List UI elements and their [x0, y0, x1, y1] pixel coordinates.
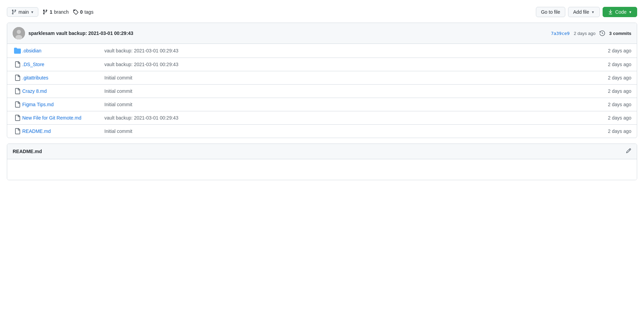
table-row: New File for Git Remote.md vault backup:…: [7, 111, 637, 125]
file-time: 2 days ago: [608, 128, 632, 134]
file-name[interactable]: .DS_Store: [22, 62, 98, 67]
file-commit-msg: vault backup: 2021-03-01 00:29:43: [98, 62, 608, 67]
file-commit-msg: Initial commit: [98, 75, 608, 80]
file-icon: [14, 115, 21, 121]
commits-label: commits: [613, 31, 631, 36]
svg-point-1: [17, 30, 21, 34]
commit-header: sparklesam vault backup: 2021-03-01 00:2…: [7, 23, 637, 44]
commit-header-left: sparklesam vault backup: 2021-03-01 00:2…: [13, 27, 133, 39]
branch-count-icon: [42, 9, 48, 15]
toolbar: main ▼ 1 branch 0 tags Go to file Add fi…: [7, 7, 637, 17]
file-icon: [14, 61, 21, 67]
file-time: 2 days ago: [608, 48, 632, 53]
file-rows: .obsidian vault backup: 2021-03-01 00:29…: [7, 44, 637, 138]
file-commit-msg: Initial commit: [98, 88, 608, 94]
table-row: README.md Initial commit 2 days ago: [7, 125, 637, 138]
tag-count-number: 0: [80, 9, 83, 15]
add-file-button[interactable]: Add file ▼: [568, 7, 600, 17]
readme-header: README.md: [7, 144, 637, 159]
table-row: Figma Tips.md Initial commit 2 days ago: [7, 98, 637, 111]
file-icon-cell: [13, 61, 22, 67]
file-icon-cell: [13, 128, 22, 134]
file-name[interactable]: README.md: [22, 128, 98, 134]
code-caret: ▼: [629, 10, 632, 14]
edit-icon[interactable]: [626, 148, 631, 155]
file-icon: [14, 88, 21, 94]
file-name[interactable]: Crazy 8.md: [22, 88, 98, 94]
file-time: 2 days ago: [608, 102, 632, 107]
file-icon: [14, 101, 21, 108]
file-icon-cell: [13, 101, 22, 108]
readme-title: README.md: [13, 149, 42, 154]
folder-icon: [14, 47, 21, 54]
commits-link[interactable]: 3 commits: [609, 31, 631, 36]
commit-hash[interactable]: 7a39ce9: [551, 31, 570, 36]
branch-caret: ▼: [30, 10, 34, 14]
toolbar-right: Go to file Add file ▼ Code ▼: [536, 7, 637, 17]
table-row: Crazy 8.md Initial commit 2 days ago: [7, 85, 637, 98]
file-time: 2 days ago: [608, 115, 632, 121]
file-time: 2 days ago: [608, 88, 632, 94]
commit-message: sparklesam vault backup: 2021-03-01 00:2…: [28, 30, 133, 36]
table-row: .DS_Store vault backup: 2021-03-01 00:29…: [7, 58, 637, 71]
file-commit-msg: Initial commit: [98, 102, 608, 107]
tag-icon: [73, 9, 78, 15]
file-commit-msg: Initial commit: [98, 128, 608, 134]
file-icon-cell: [13, 75, 22, 81]
branch-icon: [11, 9, 17, 15]
avatar-image: [13, 27, 25, 39]
file-name[interactable]: .gitattributes: [22, 75, 98, 80]
file-name[interactable]: .obsidian: [22, 48, 98, 53]
avatar: [13, 27, 25, 39]
table-row: .gitattributes Initial commit 2 days ago: [7, 71, 637, 85]
branch-name: main: [18, 9, 29, 15]
table-row: .obsidian vault backup: 2021-03-01 00:29…: [7, 44, 637, 58]
commits-count: 3: [609, 31, 611, 36]
download-icon: [608, 9, 613, 15]
file-time: 2 days ago: [608, 75, 632, 80]
file-icon: [14, 75, 21, 81]
add-file-label: Add file: [573, 9, 589, 15]
branch-selector[interactable]: main ▼: [7, 7, 38, 17]
commit-time: 2 days ago: [574, 31, 596, 36]
file-time: 2 days ago: [608, 62, 632, 67]
add-file-caret: ▼: [591, 10, 595, 14]
readme-container: README.md: [7, 144, 637, 180]
file-icon-cell: [13, 115, 22, 121]
history-icon: [600, 30, 605, 36]
file-commit-msg: vault backup: 2021-03-01 00:29:43: [98, 115, 608, 121]
file-icon-cell: [13, 88, 22, 94]
file-icon-cell: [13, 47, 22, 54]
code-button[interactable]: Code ▼: [603, 7, 637, 17]
file-commit-msg: vault backup: 2021-03-01 00:29:43: [98, 48, 608, 53]
code-label: Code: [615, 9, 627, 15]
go-to-file-label: Go to file: [541, 9, 560, 15]
readme-body: [7, 159, 637, 180]
commit-author[interactable]: sparklesam: [28, 30, 55, 36]
commit-header-right: 7a39ce9 2 days ago 3 commits: [551, 30, 631, 36]
tag-count-label: tags: [85, 9, 93, 15]
branch-count-number: 1: [50, 9, 52, 15]
file-name[interactable]: Figma Tips.md: [22, 102, 98, 107]
file-name[interactable]: New File for Git Remote.md: [22, 115, 98, 121]
branch-count-link[interactable]: 1 branch: [42, 9, 69, 15]
toolbar-left: main ▼ 1 branch 0 tags: [7, 7, 532, 17]
branch-count-label: branch: [54, 9, 69, 15]
file-table: sparklesam vault backup: 2021-03-01 00:2…: [7, 23, 637, 138]
go-to-file-button[interactable]: Go to file: [536, 7, 565, 17]
tags-count-link[interactable]: 0 tags: [73, 9, 93, 15]
file-icon: [14, 128, 21, 134]
